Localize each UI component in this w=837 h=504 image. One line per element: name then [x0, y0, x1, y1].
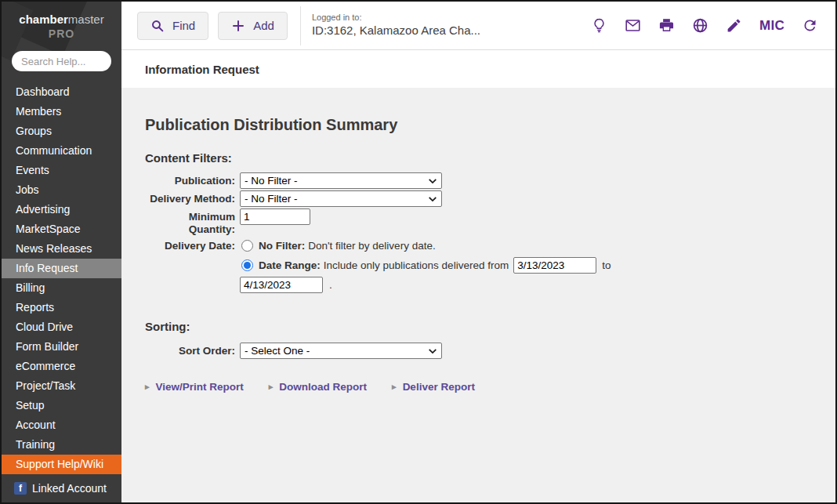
- main-content: Publication Distribution Summary Content…: [121, 88, 835, 502]
- no-filter-option: No Filter: Don't filter by delivery date…: [240, 237, 611, 254]
- arrow-right-icon: ▸: [392, 383, 397, 391]
- sidebar-item-reports[interactable]: Reports: [2, 298, 121, 317]
- page-title: Publication Distribution Summary: [145, 116, 820, 134]
- arrow-right-icon: ▸: [269, 383, 274, 391]
- logo-pro-label: PRO: [2, 27, 121, 41]
- content-filters-heading: Content Filters:: [145, 151, 820, 165]
- report-actions: ▸ View/Print Report ▸ Download Report ▸ …: [145, 381, 820, 393]
- lightbulb-icon[interactable]: [591, 17, 607, 34]
- linked-account-label: Linked Account: [32, 482, 107, 495]
- facebook-icon: f: [14, 482, 27, 495]
- plus-icon: [231, 19, 245, 33]
- date-range-option: Date Range: Include only publications de…: [240, 257, 611, 274]
- no-filter-option-label: No Filter:: [259, 237, 305, 254]
- top-toolbar: Find Add Logged in to: ID:3162, Kalamazo…: [121, 2, 835, 50]
- search-help-input[interactable]: [12, 51, 111, 71]
- filters-form: Publication: - No Filter - Delivery Meth…: [145, 172, 820, 393]
- envelope-icon[interactable]: [625, 17, 641, 34]
- minimum-quantity-row: Minimum Quantity:: [145, 208, 820, 236]
- download-report-label: Download Report: [279, 381, 367, 393]
- delivery-date-options: No Filter: Don't filter by delivery date…: [240, 237, 611, 296]
- sidebar-item-advertising[interactable]: Advertising: [2, 200, 121, 219]
- toolbar-icons: MIC: [591, 17, 835, 34]
- sidebar-item-info-request[interactable]: Info Request: [2, 259, 121, 278]
- view-print-report-label: View/Print Report: [156, 381, 244, 393]
- sort-order-select[interactable]: - Select One -: [240, 343, 442, 359]
- delivery-method-row: Delivery Method: - No Filter -: [145, 190, 820, 207]
- sorting-heading: Sorting:: [145, 320, 820, 333]
- pencil-icon[interactable]: [726, 17, 742, 34]
- find-button[interactable]: Find: [137, 12, 208, 40]
- sidebar-item-jobs[interactable]: Jobs: [2, 180, 121, 200]
- no-filter-radio[interactable]: [241, 240, 253, 252]
- sidebar-item-form-builder[interactable]: Form Builder: [2, 337, 121, 357]
- printer-icon[interactable]: [658, 17, 675, 34]
- delivery-date-row: Delivery Date: No Filter: Don't filter b…: [145, 237, 820, 296]
- minimum-quantity-label: Minimum Quantity:: [145, 208, 235, 236]
- sidebar-item-communication[interactable]: Communication: [2, 141, 121, 161]
- mic-button[interactable]: MIC: [759, 18, 784, 34]
- sidebar-item-events[interactable]: Events: [2, 161, 121, 180]
- sidebar-item-linked-account[interactable]: f Linked Account: [2, 478, 121, 498]
- logo-text-bold: chamber: [19, 13, 68, 26]
- sidebar-item-groups[interactable]: Groups: [2, 121, 121, 141]
- date-range-radio[interactable]: [241, 259, 253, 271]
- sidebar-menu: Dashboard Members Groups Communication E…: [2, 82, 121, 498]
- delivery-method-select[interactable]: - No Filter -: [240, 190, 442, 207]
- date-to-input[interactable]: [240, 277, 323, 293]
- logo-text-light: master: [68, 13, 104, 26]
- minimum-quantity-input[interactable]: [240, 208, 310, 225]
- sidebar-item-billing[interactable]: Billing: [2, 278, 121, 298]
- date-range-option-label: Date Range:: [259, 257, 321, 274]
- sidebar-item-ecommerce[interactable]: eCommerce: [2, 357, 121, 376]
- logged-in-info: Logged in to: ID:3162, Kalamazoo Area Ch…: [312, 13, 480, 38]
- sidebar-item-news-releases[interactable]: News Releases: [2, 239, 121, 259]
- search-icon: [150, 19, 165, 33]
- date-range-period: .: [329, 279, 332, 291]
- date-range-option-desc: Include only publications delivered from: [324, 257, 509, 274]
- publication-label: Publication:: [145, 172, 235, 189]
- deliver-report-link[interactable]: ▸ Deliver Report: [392, 381, 475, 393]
- add-button-label: Add: [253, 19, 274, 32]
- sidebar-item-account[interactable]: Account: [2, 415, 121, 435]
- sidebar-item-members[interactable]: Members: [2, 102, 121, 121]
- view-print-report-link[interactable]: ▸ View/Print Report: [145, 381, 244, 393]
- toolbar-divider: [300, 6, 301, 45]
- publication-row: Publication: - No Filter -: [145, 172, 820, 189]
- app-window: chambermaster PRO Dashboard Members Grou…: [0, 0, 837, 504]
- sort-order-label: Sort Order:: [145, 343, 235, 359]
- breadcrumb: Information Request: [121, 51, 835, 88]
- delivery-date-label: Delivery Date:: [145, 237, 235, 296]
- add-button[interactable]: Add: [218, 12, 288, 40]
- sidebar-item-project-task[interactable]: Project/Task: [2, 376, 121, 396]
- find-button-label: Find: [172, 19, 195, 32]
- globe-icon[interactable]: [692, 17, 708, 34]
- sidebar-item-setup[interactable]: Setup: [2, 396, 121, 415]
- breadcrumb-label: Information Request: [145, 63, 259, 76]
- logged-in-organization: ID:3162, Kalamazoo Area Cha...: [312, 24, 480, 38]
- download-report-link[interactable]: ▸ Download Report: [269, 381, 367, 393]
- publication-select[interactable]: - No Filter -: [240, 172, 442, 189]
- sidebar-item-marketspace[interactable]: MarketSpace: [2, 219, 121, 239]
- sidebar: chambermaster PRO Dashboard Members Grou…: [2, 2, 121, 502]
- logged-in-caption: Logged in to:: [312, 13, 480, 24]
- app-logo: chambermaster PRO: [2, 2, 121, 41]
- sidebar-item-support-help-wiki[interactable]: Support Help/Wiki: [2, 455, 121, 474]
- date-from-input[interactable]: [513, 257, 596, 274]
- no-filter-option-desc: Don't filter by delivery date.: [308, 237, 435, 254]
- sidebar-item-training[interactable]: Training: [2, 435, 121, 455]
- arrow-right-icon: ▸: [145, 383, 150, 391]
- date-range-to-word: to: [602, 257, 611, 274]
- sort-order-row: Sort Order: - Select One -: [145, 343, 820, 359]
- deliver-report-label: Deliver Report: [403, 381, 475, 393]
- sidebar-item-dashboard[interactable]: Dashboard: [2, 82, 121, 102]
- date-range-second-line: .: [240, 277, 611, 293]
- sidebar-item-cloud-drive[interactable]: Cloud Drive: [2, 317, 121, 337]
- delivery-method-label: Delivery Method:: [145, 190, 235, 207]
- refresh-icon[interactable]: [802, 17, 818, 34]
